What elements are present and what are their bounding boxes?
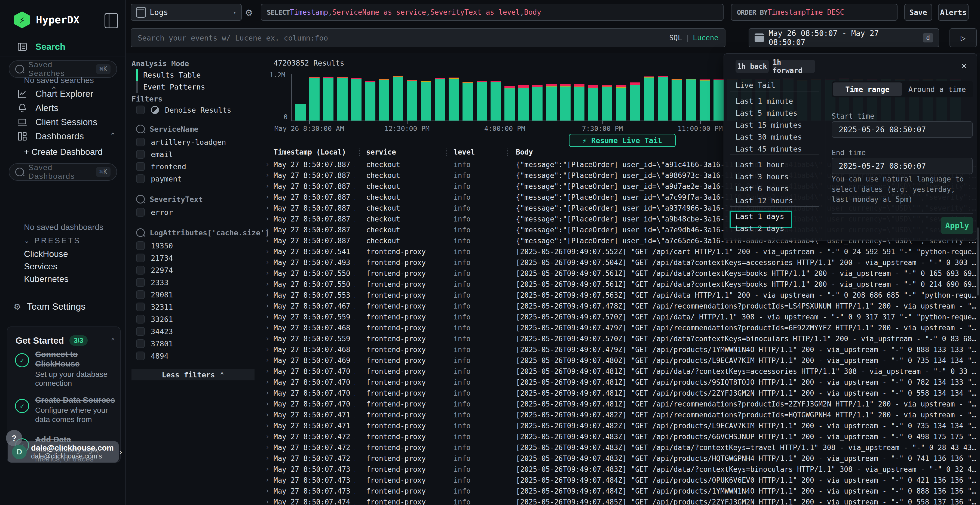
table-row[interactable]: ›May 27 8:50:07.467 AMfrontend-proxyinfo…: [261, 301, 980, 311]
filter-checkbox[interactable]: [136, 241, 145, 250]
presets-toggle[interactable]: ⌄ PRESETS: [24, 236, 81, 245]
filter-value-row[interactable]: 34423: [136, 327, 173, 336]
select-clause-input[interactable]: SELECT Timestamp, ServiceName as service…: [261, 4, 724, 21]
table-row[interactable]: ›May 27 8:50:07.470 AMfrontend-proxyinfo…: [261, 399, 980, 410]
quick-range-last-5-minutes[interactable]: Last 5 minutes: [735, 109, 798, 117]
sidebar-item-search[interactable]: Search ⌃: [16, 41, 65, 52]
row-expand-icon[interactable]: ›: [266, 465, 269, 473]
table-row[interactable]: ›May 27 8:50:07.473 AMfrontend-proxyinfo…: [261, 475, 980, 486]
mode-lucene[interactable]: Lucene: [693, 34, 718, 42]
one-hour-forward-button[interactable]: 1h forward: [773, 60, 815, 73]
row-expand-icon[interactable]: ›: [266, 400, 269, 408]
filter-checkbox[interactable]: [136, 208, 145, 217]
row-expand-icon[interactable]: ›: [266, 182, 269, 190]
quick-range-live-tail[interactable]: Live Tail: [735, 81, 775, 89]
row-expand-icon[interactable]: ›: [266, 356, 269, 364]
sidebar-item-alerts[interactable]: Alerts: [16, 103, 58, 113]
row-expand-icon[interactable]: ›: [266, 433, 269, 440]
row-expand-icon[interactable]: ›: [266, 226, 269, 233]
filter-value-row[interactable]: 21734: [136, 254, 173, 262]
filter-value-row[interactable]: 22974: [136, 266, 173, 275]
search-icon[interactable]: [136, 228, 145, 237]
quick-range-last-1-hour[interactable]: Last 1 hour: [735, 160, 784, 169]
sidebar-item-chart-explorer[interactable]: Chart Explorer: [16, 89, 93, 99]
brand[interactable]: ⚡ HyperDX: [14, 11, 80, 28]
row-expand-icon[interactable]: ›: [266, 335, 269, 342]
save-button[interactable]: Save: [904, 4, 932, 21]
tab-time-range[interactable]: Time range: [833, 83, 902, 96]
row-expand-icon[interactable]: ›: [266, 346, 269, 353]
filter-checkbox[interactable]: [136, 138, 145, 146]
table-row[interactable]: ›May 27 8:50:07.559 AMfrontend-proxyinfo…: [261, 333, 980, 344]
row-expand-icon[interactable]: ›: [266, 269, 269, 277]
less-filters-button[interactable]: Less filters ⌃: [132, 369, 255, 380]
table-row[interactable]: ›May 27 8:50:07.473 AMfrontend-proxyinfo…: [261, 464, 980, 475]
filter-value-row[interactable]: 33261: [136, 315, 173, 324]
row-expand-icon[interactable]: ›: [266, 476, 269, 484]
quick-range-last-12-hours[interactable]: Last 12 hours: [735, 197, 793, 205]
row-expand-icon[interactable]: ›: [266, 259, 269, 266]
column-resize-handle[interactable]: [447, 149, 447, 156]
table-row[interactable]: ›May 27 8:50:07.470 AMfrontend-proxyinfo…: [261, 388, 980, 399]
table-row[interactable]: ›May 27 8:50:07.469 AMfrontend-proxyinfo…: [261, 355, 980, 366]
quick-range-last-45-minutes[interactable]: Last 45 minutes: [735, 145, 802, 153]
dashboards-chevron-up-icon[interactable]: ⌃: [110, 131, 116, 140]
row-expand-icon[interactable]: ›: [266, 389, 269, 397]
table-row[interactable]: ›May 27 8:50:07.473 AMfrontend-proxyinfo…: [261, 486, 980, 497]
create-dashboard-button[interactable]: + Create Dashboard: [24, 147, 103, 157]
col-level[interactable]: level: [453, 148, 475, 156]
table-row[interactable]: ›May 27 8:50:07.550 AMfrontend-proxyinfo…: [261, 279, 980, 290]
filter-checkbox[interactable]: [136, 175, 145, 183]
search-icon[interactable]: [136, 195, 145, 203]
filter-value-row[interactable]: 19350: [136, 241, 173, 250]
table-row[interactable]: ›May 27 8:50:07.493 AMfrontend-proxyinfo…: [261, 257, 980, 268]
source-select[interactable]: Logs ▾: [130, 4, 242, 21]
run-search-button[interactable]: ▷: [950, 28, 977, 48]
filter-value-row[interactable]: 4894: [136, 351, 169, 360]
row-expand-icon[interactable]: ›: [266, 172, 269, 179]
get-started-item[interactable]: ✓Create Data SourcesConfigure where your…: [15, 395, 117, 424]
filter-checkbox[interactable]: [136, 162, 145, 171]
user-menu[interactable]: D dale@clickhouse.com dale@clickhouse.co…: [8, 441, 119, 462]
order-by-input[interactable]: ORDER BY TimestampTime DESC: [731, 4, 897, 21]
table-row[interactable]: ›May 27 8:50:07.472 AMfrontend-proxyinfo…: [261, 431, 980, 442]
saved-searches-input[interactable]: Saved Searches ⌘K: [9, 60, 117, 78]
filter-value-row[interactable]: error: [136, 208, 173, 217]
row-expand-icon[interactable]: ›: [266, 193, 269, 201]
alerts-button[interactable]: Alerts: [938, 4, 969, 21]
row-expand-icon[interactable]: ›: [266, 443, 269, 451]
table-row[interactable]: ›May 27 8:50:07.468 AMfrontend-proxyinfo…: [261, 344, 980, 355]
table-row[interactable]: ›May 27 8:50:07.559 AMfrontend-proxyinfo…: [261, 311, 980, 322]
table-row[interactable]: ›May 27 8:50:07.471 AMfrontend-proxyinfo…: [261, 420, 980, 431]
one-hour-back-button[interactable]: 1h back: [735, 60, 769, 73]
denoise-checkbox[interactable]: [136, 106, 145, 114]
quick-range-last-30-minutes[interactable]: Last 30 minutes: [735, 133, 802, 141]
filter-checkbox[interactable]: [136, 327, 145, 336]
filter-value-row[interactable]: 29081: [136, 290, 173, 299]
row-expand-icon[interactable]: ›: [266, 378, 269, 386]
source-settings-gear-icon[interactable]: ⚙: [245, 6, 252, 19]
row-expand-icon[interactable]: ›: [266, 422, 269, 429]
start-time-input[interactable]: 2025-05-26 08:50:07: [832, 121, 973, 138]
table-row[interactable]: ›May 27 8:50:07.470 AMfrontend-proxyinfo…: [261, 377, 980, 388]
saved-dashboards-input[interactable]: Saved Dashboards ⌘K: [9, 163, 117, 181]
resume-live-tail-button[interactable]: ⚡ Resume Live Tail: [569, 134, 676, 147]
end-time-input[interactable]: 2025-05-27 08:50:07: [832, 158, 973, 174]
table-row[interactable]: ›May 27 8:50:07.550 AMfrontend-proxyinfo…: [261, 268, 980, 279]
analysis-mode-results-table[interactable]: Results Table: [136, 71, 200, 79]
filter-value-row[interactable]: artillery-loadgen: [136, 138, 226, 146]
quick-range-last-1-days[interactable]: Last 1 days: [735, 212, 784, 221]
filter-checkbox[interactable]: [136, 339, 145, 348]
filter-checkbox[interactable]: [136, 315, 145, 324]
row-expand-icon[interactable]: ›: [266, 324, 269, 332]
get-started-item[interactable]: ✓Connect to ClickHouseSet up your databa…: [15, 349, 117, 388]
table-row[interactable]: ›May 27 8:50:07.471 AMfrontend-proxyinfo…: [261, 410, 980, 420]
denoise-toggle[interactable]: Denoise Results: [136, 106, 231, 114]
apply-button[interactable]: Apply: [941, 217, 973, 234]
filter-checkbox[interactable]: [136, 278, 145, 287]
col-body[interactable]: Body: [516, 148, 533, 156]
sidebar-collapse-icon[interactable]: [105, 13, 118, 28]
row-expand-icon[interactable]: ›: [266, 367, 269, 375]
row-expand-icon[interactable]: ›: [266, 313, 269, 321]
quick-range-last-3-hours[interactable]: Last 3 hours: [735, 173, 789, 181]
